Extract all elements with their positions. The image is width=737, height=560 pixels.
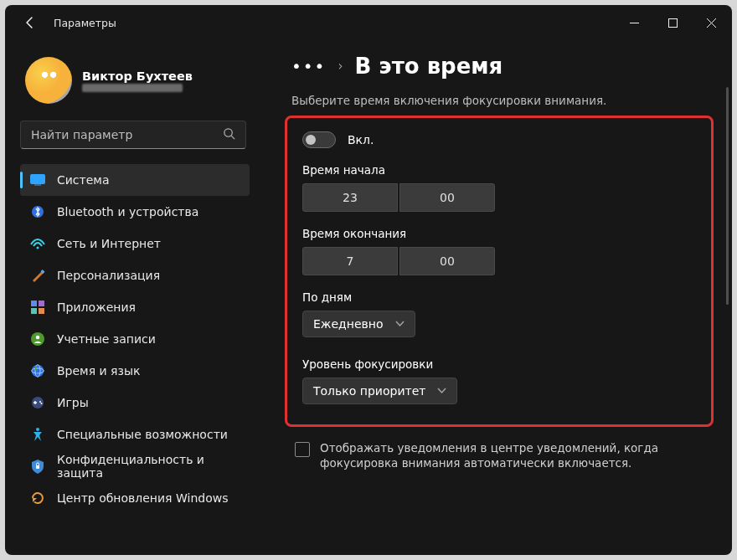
minimize-button[interactable]	[615, 8, 653, 38]
search-icon	[223, 127, 235, 142]
update-icon	[30, 491, 45, 506]
back-button[interactable]	[18, 11, 42, 34]
svg-point-9	[37, 247, 39, 249]
focus-schedule-panel: Вкл. Время начала 23 00 Время окончания …	[285, 116, 714, 427]
close-icon	[707, 18, 716, 28]
level-dropdown[interactable]: Только приоритет	[302, 378, 457, 404]
end-minute[interactable]: 00	[399, 247, 495, 275]
search-input[interactable]: Найти параметр	[20, 121, 246, 149]
minimize-icon	[630, 18, 639, 28]
page-subtitle: Выберите время включения фокусировки вни…	[291, 94, 714, 107]
svg-rect-13	[31, 308, 37, 314]
sidebar-item-label: Персонализация	[57, 269, 160, 282]
start-hour[interactable]: 23	[302, 183, 398, 212]
page-title: В это время	[354, 54, 502, 79]
chevron-right-icon: ›	[338, 59, 343, 74]
sidebar: Виктор Бухтеев Найти параметр Система Bl…	[5, 40, 258, 555]
start-time: 23 00	[302, 183, 696, 212]
sidebar-item-label: Приложения	[57, 301, 136, 314]
sidebar-item-accounts[interactable]: Учетные записи	[20, 323, 250, 355]
sidebar-item-privacy[interactable]: Конфиденциальность и защита	[20, 450, 250, 482]
window-title: Параметры	[54, 17, 116, 29]
sidebar-item-label: Специальные возможности	[57, 428, 228, 441]
accessibility-icon	[30, 427, 45, 442]
maximize-button[interactable]	[653, 8, 692, 38]
scrollbar-thumb[interactable]	[726, 87, 729, 305]
nav: Система Bluetooth и устройства Сеть и Ин…	[20, 164, 250, 514]
svg-rect-7	[34, 185, 41, 186]
sidebar-item-gaming[interactable]: Игры	[20, 387, 250, 419]
close-button[interactable]	[692, 8, 730, 38]
checkbox-label: Отображать уведомления в центре уведомле…	[320, 440, 714, 470]
chevron-down-icon	[437, 384, 446, 398]
start-time-label: Время начала	[302, 163, 696, 177]
back-arrow-icon	[23, 16, 37, 29]
window-controls	[615, 8, 730, 38]
sidebar-item-label: Конфиденциальность и защита	[57, 453, 241, 480]
svg-point-23	[36, 428, 39, 431]
svg-rect-14	[39, 308, 44, 314]
level-value: Только приоритет	[313, 384, 425, 398]
profile-name: Виктор Бухтеев	[82, 69, 193, 84]
shield-icon	[30, 459, 45, 474]
svg-rect-1	[668, 18, 677, 27]
days-dropdown[interactable]: Ежедневно	[302, 311, 415, 337]
scrollbar[interactable]	[726, 47, 729, 548]
maximize-icon	[668, 18, 678, 28]
svg-rect-11	[31, 301, 37, 306]
toggle-label: Вкл.	[348, 133, 374, 146]
svg-line-5	[231, 136, 234, 139]
sidebar-item-apps[interactable]: Приложения	[20, 291, 250, 323]
sidebar-item-label: Сеть и Интернет	[57, 237, 161, 250]
sidebar-item-bluetooth[interactable]: Bluetooth и устройства	[20, 196, 250, 228]
gaming-icon	[30, 395, 45, 410]
chevron-down-icon	[395, 317, 405, 331]
sidebar-item-label: Bluetooth и устройства	[57, 205, 198, 218]
end-hour[interactable]: 7	[302, 247, 398, 275]
settings-window: Параметры Виктор Бухтеев Н	[5, 5, 732, 555]
sidebar-item-label: Время и язык	[57, 364, 140, 378]
breadcrumb: ••• › В это время	[291, 54, 714, 79]
days-label: По дням	[302, 290, 696, 304]
sidebar-item-label: Игры	[57, 396, 89, 409]
svg-point-22	[41, 403, 43, 404]
apps-icon	[30, 300, 45, 315]
level-label: Уровень фокусировки	[302, 357, 696, 371]
sidebar-item-label: Система	[57, 173, 109, 187]
svg-point-4	[224, 129, 232, 136]
svg-rect-12	[39, 301, 44, 306]
end-time-label: Время окончания	[302, 227, 696, 240]
sidebar-item-network[interactable]: Сеть и Интернет	[20, 228, 250, 259]
svg-point-17	[32, 365, 44, 378]
bluetooth-icon	[30, 204, 45, 219]
search-placeholder: Найти параметр	[31, 128, 214, 141]
sidebar-item-label: Учетные записи	[57, 332, 156, 346]
show-notifications-row: Отображать уведомления в центре уведомле…	[295, 440, 714, 470]
svg-point-21	[39, 401, 41, 403]
sidebar-item-accessibility[interactable]: Специальные возможности	[20, 419, 250, 450]
paintbrush-icon	[30, 268, 45, 283]
toggle-knob-icon	[306, 135, 316, 145]
globe-icon	[30, 363, 45, 378]
avatar	[25, 57, 72, 104]
end-time: 7 00	[302, 247, 696, 275]
sidebar-item-timelang[interactable]: Время и язык	[20, 355, 250, 387]
main: ••• › В это время Выберите время включен…	[258, 40, 732, 555]
sidebar-item-update[interactable]: Центр обновления Windows	[20, 482, 250, 514]
svg-rect-6	[31, 175, 45, 184]
days-value: Ежедневно	[313, 317, 384, 331]
enable-toggle[interactable]	[302, 131, 336, 148]
svg-point-16	[36, 336, 39, 339]
profile-email	[82, 84, 183, 92]
profile[interactable]: Виктор Бухтеев	[20, 54, 250, 121]
accounts-icon	[30, 331, 45, 347]
breadcrumb-overflow[interactable]: •••	[291, 56, 326, 76]
show-notifications-checkbox[interactable]	[295, 442, 310, 457]
sidebar-item-personalization[interactable]: Персонализация	[20, 259, 250, 291]
titlebar: Параметры	[5, 5, 732, 40]
network-icon	[30, 236, 45, 251]
start-minute[interactable]: 00	[399, 183, 495, 212]
sidebar-item-label: Центр обновления Windows	[57, 491, 228, 505]
sidebar-item-system[interactable]: Система	[20, 164, 250, 196]
system-icon	[30, 172, 45, 188]
